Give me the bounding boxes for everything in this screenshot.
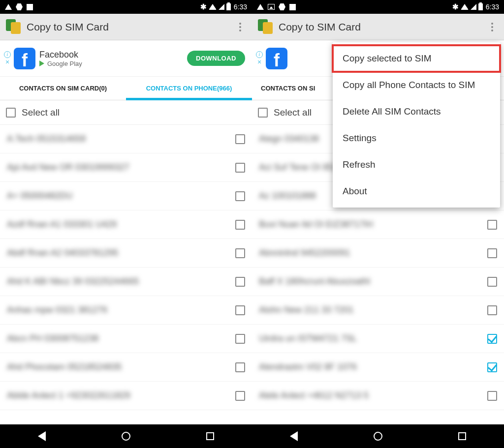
recent-apps-button[interactable] xyxy=(206,432,214,440)
select-all-checkbox[interactable] xyxy=(258,108,268,118)
contact-text: Baff X 180hcrunl Abuxzoathl xyxy=(259,276,482,287)
contact-row[interactable]: Alohn New 211 33 7201 xyxy=(252,296,504,325)
picture-icon xyxy=(268,4,275,10)
contact-checkbox[interactable] xyxy=(487,248,497,258)
contact-checkbox[interactable] xyxy=(235,334,245,344)
contact-text: A.Tech 0515314658 xyxy=(7,134,230,144)
overflow-menu-button[interactable] xyxy=(486,23,498,31)
contact-checkbox[interactable] xyxy=(235,191,245,201)
wifi-icon xyxy=(461,4,469,10)
recent-apps-button[interactable] xyxy=(458,432,466,440)
bluetooth-icon: ✱ xyxy=(452,2,459,11)
tab-phone-contacts[interactable]: CONTACTS ON PHONE(966) xyxy=(126,77,252,100)
contact-text: Abnninlnd 9452200091 xyxy=(259,248,482,258)
contact-checkbox[interactable] xyxy=(235,362,245,372)
square-icon xyxy=(27,4,33,10)
menu-delete-all[interactable]: Delete All SIM Contacts xyxy=(333,98,500,125)
contact-row[interactable]: Api Avd New OR 03019999327 xyxy=(0,153,252,182)
contact-text: Alendrastm V02 8F 1076 xyxy=(259,362,482,372)
app-title: Copy to SIM Card xyxy=(27,21,234,33)
contact-checkbox[interactable] xyxy=(235,305,245,315)
contact-row[interactable]: Alendrastm V02 8F 1076 xyxy=(252,353,504,382)
home-button[interactable] xyxy=(374,432,382,441)
contact-text: Abdf Rnan A2 04033781295 xyxy=(7,248,230,258)
status-bar: ✱ 6:33 xyxy=(252,0,504,14)
contact-checkbox[interactable] xyxy=(487,277,497,287)
menu-refresh[interactable]: Refresh xyxy=(333,151,500,178)
contact-row[interactable]: Abcn PH 03008751238 xyxy=(0,325,252,353)
back-button[interactable] xyxy=(38,431,46,441)
contact-text: Uirdra un ISTM4721 7SL xyxy=(259,333,482,344)
contact-row[interactable]: A.Tech 0515314658 xyxy=(0,125,252,153)
contact-text: Azdf Rnan A1 033301 U429 xyxy=(7,219,230,230)
select-all-row[interactable]: Select all xyxy=(0,100,252,125)
contact-row[interactable]: Ahd K ABI Nbcz 39 03225244665 xyxy=(0,268,252,296)
contact-text: Ahd Phocotam 05218524835 xyxy=(7,362,230,372)
contact-row[interactable]: Abnninlnd 9452200091 xyxy=(252,239,504,268)
app-icon xyxy=(6,19,22,35)
contact-text: Abcn PH 03008751238 xyxy=(7,333,230,344)
nav-bar xyxy=(252,424,504,448)
ad-title: Facebook xyxy=(39,50,187,60)
contact-checkbox[interactable] xyxy=(235,391,245,401)
download-button[interactable]: DOWNLOAD xyxy=(187,51,245,66)
menu-settings[interactable]: Settings xyxy=(333,125,500,151)
contact-text: Buvi Nuan ltd OI EIZ38717IH xyxy=(259,219,482,230)
app-bar: Copy to SIM Card xyxy=(0,14,252,40)
tab-sim-contacts[interactable]: CONTACTS ON SIM CARD(0) xyxy=(0,77,126,100)
contact-checkbox[interactable] xyxy=(487,305,497,315)
battery-icon xyxy=(478,3,483,10)
contact-text: Ablde Anlect 1 +923022611829 xyxy=(7,390,230,401)
contact-row[interactable]: Buvi Nuan ltd OI EIZ38717IH xyxy=(252,210,504,239)
menu-copy-all[interactable]: Copy all Phone Contacts to SIM xyxy=(333,72,500,98)
clock: 6:33 xyxy=(486,3,499,11)
contact-checkbox[interactable] xyxy=(487,391,497,401)
back-button[interactable] xyxy=(290,431,298,441)
menu-copy-selected[interactable]: Copy selected to SIM xyxy=(333,45,500,72)
tab-bar: CONTACTS ON SIM CARD(0) CONTACTS ON PHON… xyxy=(0,77,252,100)
contact-row[interactable]: A+ 05000482DU xyxy=(0,182,252,210)
contact-row[interactable]: Abdf Rnan A2 04033781295 xyxy=(0,239,252,268)
menu-about[interactable]: About xyxy=(333,178,500,205)
ad-store: Google Play xyxy=(39,60,187,67)
battery-icon xyxy=(226,3,231,10)
screen-right: ✱ 6:33 Copy to SIM Card i × f . . xyxy=(252,0,504,448)
contact-checkbox[interactable] xyxy=(235,220,245,230)
warning-icon xyxy=(257,4,264,10)
contact-text: Alohn New 211 33 7201 xyxy=(259,305,482,315)
contact-text: Anhas mpw 0321 381276 xyxy=(7,305,230,315)
select-all-checkbox[interactable] xyxy=(6,108,16,118)
ad-info-icon[interactable]: i × xyxy=(256,51,263,66)
ad-info-icon[interactable]: i × xyxy=(4,51,11,66)
play-store-icon xyxy=(39,60,44,66)
contact-text: Alele Anlect +4612 N2713 5 xyxy=(259,390,482,401)
app-title: Copy to SIM Card xyxy=(279,21,486,33)
contact-text: A+ 05000482DU xyxy=(7,191,230,201)
ad-banner[interactable]: i × f Facebook Google Play DOWNLOAD xyxy=(0,40,252,77)
contact-row[interactable]: Ablde Anlect 1 +923022611829 xyxy=(0,382,252,410)
contact-checkbox[interactable] xyxy=(235,248,245,258)
contact-checkbox[interactable] xyxy=(235,134,245,144)
contact-checkbox[interactable] xyxy=(487,220,497,230)
contact-row[interactable]: Uirdra un ISTM4721 7SL xyxy=(252,325,504,353)
facebook-icon: f xyxy=(266,48,287,69)
facebook-icon: f xyxy=(14,48,35,69)
clock: 6:33 xyxy=(234,3,247,11)
contact-text: Ahd K ABI Nbcz 39 03225244665 xyxy=(7,276,230,287)
contact-row[interactable]: Ahd Phocotam 05218524835 xyxy=(0,353,252,382)
signal-icon xyxy=(471,4,476,10)
select-all-label: Select all xyxy=(22,107,60,118)
contact-row[interactable]: Anhas mpw 0321 381276 xyxy=(0,296,252,325)
contact-row[interactable]: Azdf Rnan A1 033301 U429 xyxy=(0,210,252,239)
contact-checkbox[interactable] xyxy=(487,334,497,344)
app-icon xyxy=(258,19,274,35)
contact-checkbox[interactable] xyxy=(487,362,497,372)
contact-checkbox[interactable] xyxy=(235,163,245,173)
contact-list[interactable]: Select all A.Tech 0515314658Api Avd New … xyxy=(0,100,252,424)
contact-row[interactable]: Alele Anlect +4612 N2713 5 xyxy=(252,382,504,410)
home-button[interactable] xyxy=(122,432,130,441)
contact-row[interactable]: Baff X 180hcrunl Abuxzoathl xyxy=(252,268,504,296)
hexagon-icon xyxy=(279,3,285,10)
contact-checkbox[interactable] xyxy=(235,277,245,287)
overflow-menu-button[interactable] xyxy=(234,23,246,31)
